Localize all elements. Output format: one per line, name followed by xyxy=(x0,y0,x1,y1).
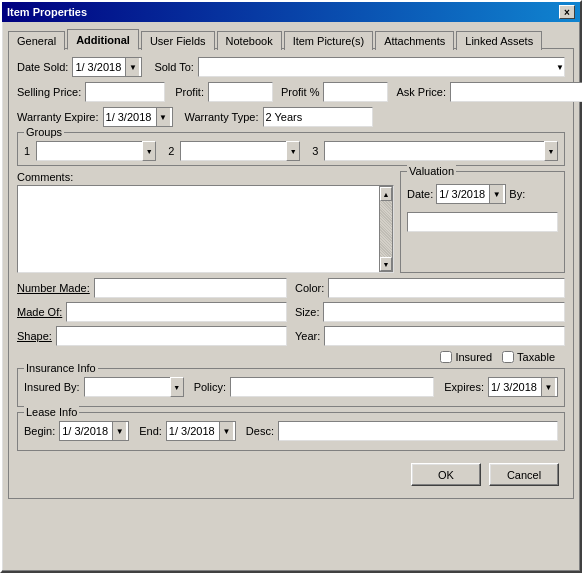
begin-label: Begin: xyxy=(24,425,55,437)
made-of-label: Made Of: xyxy=(17,306,62,318)
made-of-input[interactable] xyxy=(66,302,287,322)
title-bar: Item Properties × xyxy=(2,2,580,22)
ask-price-input[interactable] xyxy=(450,82,582,102)
group1-select-wrapper: ▼ xyxy=(36,141,156,161)
expires-label: Expires: xyxy=(444,381,484,393)
policy-input[interactable] xyxy=(230,377,434,397)
selling-price-label: Selling Price: xyxy=(17,86,81,98)
group2-label: 2 xyxy=(168,145,174,157)
end-date-field[interactable]: ▼ xyxy=(166,421,236,441)
policy-label: Policy: xyxy=(194,381,226,393)
group2-dropdown-btn[interactable]: ▼ xyxy=(286,141,300,161)
valuation-date-field[interactable]: ▼ xyxy=(436,184,506,204)
group3-dropdown-btn[interactable]: ▼ xyxy=(544,141,558,161)
valuation-legend: Valuation xyxy=(407,165,456,177)
warranty-date-field[interactable]: ▼ xyxy=(103,107,173,127)
date-sold-label: Date Sold: xyxy=(17,61,68,73)
insured-by-label: Insured By: xyxy=(24,381,80,393)
valuation-date-input[interactable] xyxy=(439,185,489,203)
group2-select[interactable] xyxy=(180,141,300,161)
selling-price-input[interactable] xyxy=(85,82,165,102)
begin-date-field[interactable]: ▼ xyxy=(59,421,129,441)
selling-price-row: Selling Price: Profit: Profit % Ask Pric… xyxy=(17,82,565,102)
lower-section: Comments: ▲ ▼ Valuation Date: xyxy=(17,171,565,273)
valuation-by-label: By: xyxy=(509,188,525,200)
group1-select[interactable] xyxy=(36,141,156,161)
sold-to-select[interactable] xyxy=(198,57,565,77)
valuation-date-label: Date: xyxy=(407,188,433,200)
comments-textarea[interactable] xyxy=(18,186,379,272)
tab-additional[interactable]: Additional xyxy=(67,29,139,50)
insurance-section: Insurance Info Insured By: ▼ Policy: Exp… xyxy=(17,368,565,407)
tab-bar: General Additional User Fields Notebook … xyxy=(8,28,574,49)
tab-notebook[interactable]: Notebook xyxy=(217,31,282,50)
ok-button[interactable]: OK xyxy=(411,463,481,486)
valuation-date-dropdown-btn[interactable]: ▼ xyxy=(489,185,503,203)
date-sold-dropdown-btn[interactable]: ▼ xyxy=(125,58,139,76)
group3-label: 3 xyxy=(312,145,318,157)
group3-select[interactable] xyxy=(324,141,558,161)
size-input[interactable] xyxy=(323,302,565,322)
main-window: Item Properties × General Additional Use… xyxy=(0,0,582,573)
begin-date-input[interactable] xyxy=(62,422,112,440)
warranty-date-dropdown-btn[interactable]: ▼ xyxy=(156,108,170,126)
expires-date-dropdown-btn[interactable]: ▼ xyxy=(541,378,555,396)
groups-section: Groups 1 ▼ 2 ▼ 3 ▼ xyxy=(17,132,565,166)
date-sold-field[interactable]: ▼ xyxy=(72,57,142,77)
tab-item-pictures[interactable]: Item Picture(s) xyxy=(284,31,374,50)
insured-by-select[interactable] xyxy=(84,377,184,397)
expires-date-field[interactable]: ▼ xyxy=(488,377,558,397)
taxable-checkbox-item: Taxable xyxy=(502,351,555,363)
shape-input[interactable] xyxy=(56,326,287,346)
profit-input[interactable] xyxy=(208,82,273,102)
scroll-up-btn[interactable]: ▲ xyxy=(380,187,392,201)
tab-general[interactable]: General xyxy=(8,31,65,50)
end-date-dropdown-btn[interactable]: ▼ xyxy=(219,422,233,440)
date-sold-input[interactable] xyxy=(75,58,125,76)
shape-field: Shape: xyxy=(17,326,287,346)
warranty-date-input[interactable] xyxy=(106,108,156,126)
insured-checkbox-item: Insured xyxy=(440,351,492,363)
number-made-input[interactable] xyxy=(94,278,287,298)
taxable-checkbox[interactable] xyxy=(502,351,514,363)
tab-attachments[interactable]: Attachments xyxy=(375,31,454,50)
content-area: General Additional User Fields Notebook … xyxy=(2,22,580,505)
comments-area: Comments: ▲ ▼ xyxy=(17,171,394,273)
warranty-type-input[interactable] xyxy=(263,107,373,127)
group3-select-wrapper: ▼ xyxy=(324,141,558,161)
color-label: Color: xyxy=(295,282,324,294)
profit-pct-input[interactable] xyxy=(323,82,388,102)
end-date-input[interactable] xyxy=(169,422,219,440)
cancel-button[interactable]: Cancel xyxy=(489,463,559,486)
group1-label: 1 xyxy=(24,145,30,157)
group1-dropdown-btn[interactable]: ▼ xyxy=(142,141,156,161)
number-made-label: Number Made: xyxy=(17,282,90,294)
valuation-by-input[interactable] xyxy=(407,212,558,232)
valuation-date-row: Date: ▼ By: xyxy=(407,184,558,204)
lease-legend: Lease Info xyxy=(24,406,79,418)
tab-linked-assets[interactable]: Linked Assets xyxy=(456,31,542,50)
insured-checkbox[interactable] xyxy=(440,351,452,363)
comments-textarea-wrapper: ▲ ▼ xyxy=(17,185,394,273)
comments-label: Comments: xyxy=(17,171,394,183)
close-button[interactable]: × xyxy=(559,5,575,19)
insured-label: Insured xyxy=(455,351,492,363)
insured-by-dropdown-btn[interactable]: ▼ xyxy=(170,377,184,397)
year-input[interactable] xyxy=(324,326,565,346)
fields-grid: Number Made: Color: Made Of: Size: Shape… xyxy=(17,278,565,346)
begin-date-dropdown-btn[interactable]: ▼ xyxy=(112,422,126,440)
color-input[interactable] xyxy=(328,278,565,298)
warranty-type-label: Warranty Type: xyxy=(185,111,259,123)
year-label: Year: xyxy=(295,330,320,342)
scroll-down-btn[interactable]: ▼ xyxy=(380,257,392,271)
insured-by-wrapper: ▼ xyxy=(84,377,184,397)
shape-label: Shape: xyxy=(17,330,52,342)
comments-scrollbar[interactable]: ▲ ▼ xyxy=(379,186,393,272)
desc-label: Desc: xyxy=(246,425,274,437)
color-field: Color: xyxy=(295,278,565,298)
warranty-row: Warranty Expire: ▼ Warranty Type: xyxy=(17,107,565,127)
tab-user-fields[interactable]: User Fields xyxy=(141,31,215,50)
expires-date-input[interactable] xyxy=(491,378,541,396)
made-of-field: Made Of: xyxy=(17,302,287,322)
desc-input[interactable] xyxy=(278,421,558,441)
